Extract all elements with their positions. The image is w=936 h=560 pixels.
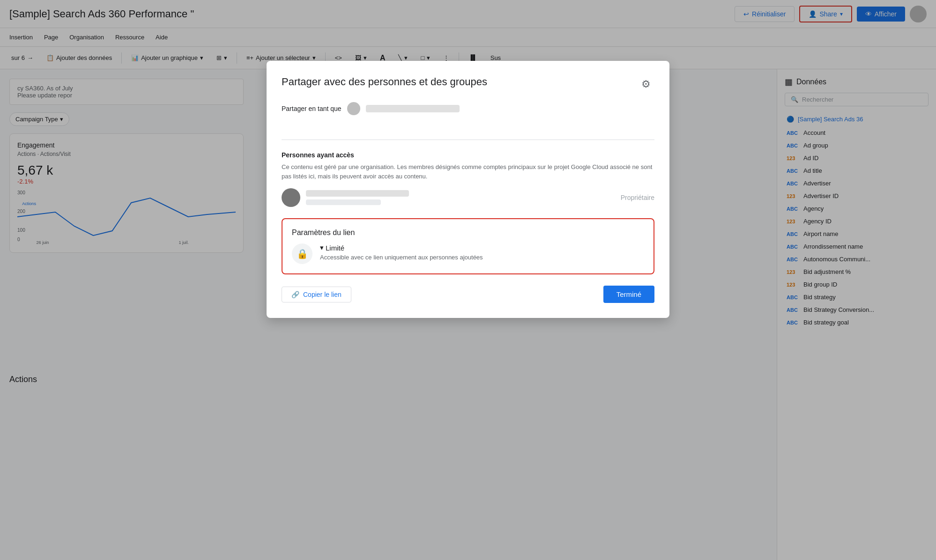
partager-row: Partager en tant que	[282, 102, 654, 115]
link-row: 🔒 ▾ Limité Accessible avec ce lien uniqu…	[292, 243, 644, 264]
link-details: ▾ Limité Accessible avec ce lien uniquem…	[320, 243, 644, 261]
copy-link-button[interactable]: 🔗 Copier le lien	[282, 287, 351, 302]
owner-avatar	[282, 188, 300, 207]
owner-email-blurred	[306, 199, 381, 205]
partager-label: Partager en tant que	[282, 105, 342, 112]
link-settings-box: Paramètres du lien 🔒 ▾ Limité Accessible…	[282, 218, 654, 274]
gear-icon: ⚙	[641, 78, 651, 90]
link-description: Accessible avec ce lien uniquement aux p…	[320, 254, 644, 261]
email-input[interactable]	[282, 123, 654, 140]
owner-role: Propriétaire	[621, 194, 654, 201]
share-modal: Partager avec des personnes et des group…	[267, 61, 669, 318]
owner-info	[306, 190, 615, 205]
owner-name-blurred	[306, 190, 409, 197]
partager-name-blurred	[366, 105, 460, 112]
partager-avatar	[347, 102, 360, 115]
link-icon: 🔗	[291, 291, 299, 298]
access-description: Ce contenu est géré par une organisation…	[282, 162, 654, 181]
people-access-title: Personnes ayant accès	[282, 151, 654, 159]
link-settings-title: Paramètres du lien	[292, 228, 644, 237]
chevron-down-icon: ▾	[320, 243, 324, 252]
modal-title: Partager avec des personnes et des group…	[282, 76, 487, 88]
owner-row: Propriétaire	[282, 188, 654, 207]
done-button[interactable]: Terminé	[603, 286, 654, 303]
lock-icon: 🔒	[297, 248, 308, 259]
modal-footer: 🔗 Copier le lien Terminé	[282, 286, 654, 303]
settings-gear-button[interactable]: ⚙	[638, 76, 654, 93]
modal-overlay: Partager avec des personnes et des group…	[0, 0, 936, 560]
lock-circle: 🔒	[292, 243, 312, 264]
link-status-button[interactable]: ▾ Limité	[320, 243, 644, 252]
modal-header: Partager avec des personnes et des group…	[282, 76, 654, 93]
